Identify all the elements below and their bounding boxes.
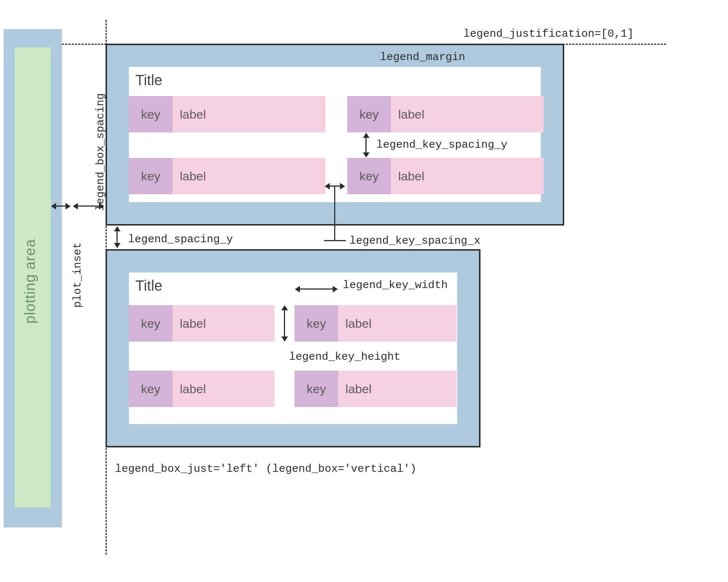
tick-legend-key-spacing-x [324, 240, 346, 241]
anno-legend-key-width: legend_key_width [343, 279, 448, 291]
legend-key: key [129, 96, 173, 132]
legend-key: key [294, 305, 338, 342]
anno-legend-box-just: legend_box_just='left' (legend_box='vert… [115, 463, 416, 475]
arrow-legend-key-height [284, 310, 285, 336]
legend-label: label [338, 371, 456, 407]
arrow-legend-key-spacing-y [365, 138, 367, 152]
anno-legend-justification: legend_justification=[0,1] [463, 28, 634, 40]
anno-legend-spacing-y: legend_spacing_y [128, 233, 233, 246]
legend-1-title: Title [135, 72, 162, 88]
legend-label: label [173, 371, 274, 407]
legend-label: label [173, 158, 325, 194]
legend-1-entry-1: key label [347, 96, 544, 132]
legend-label: label [338, 305, 456, 342]
diagram-canvas: plotting area legend_justification=[0,1]… [0, 0, 728, 582]
legend-key: key [129, 371, 173, 407]
legend-2-entry-3: key label [294, 371, 456, 407]
legend-2-entry-1: key label [294, 305, 456, 342]
legend-1-entry-0: key label [129, 96, 325, 132]
anno-legend-margin: legend_margin [380, 51, 465, 63]
legend-key: key [347, 96, 391, 132]
legend-label: label [391, 158, 544, 194]
legend-key: key [129, 158, 173, 194]
plotting-area-label: plotting area [22, 239, 38, 324]
legend-box-2: Title legend_key_width key label key lab… [106, 249, 480, 447]
legend-1-entry-2: key label [129, 158, 325, 194]
anno-plot-inset: plot_inset [71, 242, 84, 308]
arrow-plot-inset [56, 206, 66, 207]
anno-legend-key-spacing-y: legend_key_spacing_y [376, 139, 507, 151]
legend-key: key [294, 371, 338, 407]
legend-label: label [173, 305, 274, 342]
legend-label: label [173, 96, 325, 132]
legend-body-1: Title key label key label key label key … [129, 67, 541, 202]
anno-legend-key-height: legend_key_height [289, 351, 400, 363]
legend-label: label [391, 96, 544, 132]
anno-legend-key-spacing-x: legend_key_spacing_x [349, 235, 480, 247]
legend-body-2: Title legend_key_width key label key lab… [129, 272, 457, 424]
legend-1-entry-3: key label [347, 158, 544, 194]
legend-key: key [129, 305, 173, 342]
arrow-legend-key-width [300, 288, 333, 290]
stem-legend-key-spacing-x [334, 186, 335, 241]
anno-legend-box-spacing: legend_box_spacing [94, 93, 107, 211]
legend-2-entry-0: key label [129, 305, 274, 342]
arrow-legend-spacing-y [116, 231, 118, 243]
legend-2-entry-2: key label [129, 371, 274, 407]
legend-2-title: Title [135, 278, 162, 294]
legend-key: key [347, 158, 391, 194]
